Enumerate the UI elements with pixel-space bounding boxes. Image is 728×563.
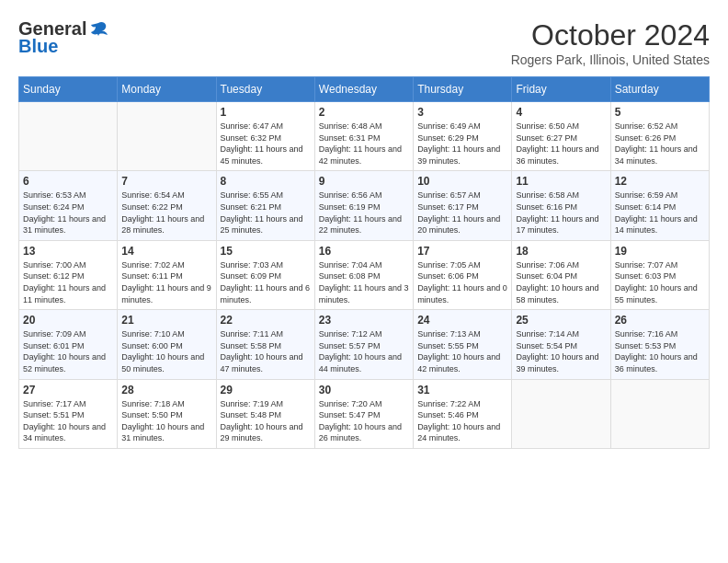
day-number: 8	[221, 175, 311, 188]
day-info: Sunrise: 7:20 AM Sunset: 5:47 PM Dayligh…	[319, 398, 409, 444]
calendar-cell: 29Sunrise: 7:19 AM Sunset: 5:48 PM Dayli…	[216, 379, 314, 448]
day-info: Sunrise: 7:05 AM Sunset: 6:06 PM Dayligh…	[417, 259, 507, 305]
day-info: Sunrise: 7:12 AM Sunset: 5:57 PM Dayligh…	[319, 328, 409, 374]
day-info: Sunrise: 6:55 AM Sunset: 6:21 PM Dayligh…	[221, 190, 311, 236]
day-info: Sunrise: 7:09 AM Sunset: 6:01 PM Dayligh…	[23, 328, 113, 374]
calendar-cell: 6Sunrise: 6:53 AM Sunset: 6:24 PM Daylig…	[19, 171, 118, 240]
calendar-cell	[610, 379, 709, 448]
day-number: 24	[417, 314, 507, 327]
calendar-cell: 25Sunrise: 7:14 AM Sunset: 5:54 PM Dayli…	[512, 310, 610, 379]
day-info: Sunrise: 6:49 AM Sunset: 6:29 PM Dayligh…	[417, 121, 507, 167]
day-number: 22	[221, 314, 311, 327]
day-number: 11	[516, 175, 606, 188]
day-number: 27	[23, 384, 113, 396]
day-number: 5	[615, 106, 705, 119]
day-number: 13	[23, 245, 113, 258]
day-number: 17	[417, 245, 507, 258]
day-info: Sunrise: 7:04 AM Sunset: 6:08 PM Dayligh…	[319, 259, 409, 305]
day-number: 23	[319, 314, 409, 327]
calendar-cell: 21Sunrise: 7:10 AM Sunset: 6:00 PM Dayli…	[118, 310, 216, 379]
calendar-cell: 19Sunrise: 7:07 AM Sunset: 6:03 PM Dayli…	[610, 240, 709, 309]
weekday-header-wednesday: Wednesday	[314, 77, 413, 102]
logo-bird-icon	[88, 19, 108, 40]
day-number: 26	[615, 314, 705, 327]
calendar-week-row: 27Sunrise: 7:17 AM Sunset: 5:51 PM Dayli…	[19, 379, 710, 448]
calendar-cell: 7Sunrise: 6:54 AM Sunset: 6:22 PM Daylig…	[118, 171, 216, 240]
calendar-cell: 10Sunrise: 6:57 AM Sunset: 6:17 PM Dayli…	[414, 171, 512, 240]
day-info: Sunrise: 6:58 AM Sunset: 6:16 PM Dayligh…	[516, 190, 606, 236]
day-info: Sunrise: 7:14 AM Sunset: 5:54 PM Dayligh…	[516, 328, 606, 374]
calendar-cell: 1Sunrise: 6:47 AM Sunset: 6:32 PM Daylig…	[216, 102, 314, 171]
day-number: 6	[23, 175, 113, 188]
calendar-cell: 14Sunrise: 7:02 AM Sunset: 6:11 PM Dayli…	[118, 240, 216, 309]
calendar-cell: 8Sunrise: 6:55 AM Sunset: 6:21 PM Daylig…	[216, 171, 314, 240]
day-info: Sunrise: 6:53 AM Sunset: 6:24 PM Dayligh…	[23, 190, 113, 236]
day-info: Sunrise: 7:13 AM Sunset: 5:55 PM Dayligh…	[417, 328, 507, 374]
day-number: 3	[417, 106, 507, 119]
month-title: October 2024	[511, 18, 710, 52]
calendar-week-row: 6Sunrise: 6:53 AM Sunset: 6:24 PM Daylig…	[19, 171, 710, 240]
day-number: 25	[516, 314, 606, 327]
calendar-cell: 9Sunrise: 6:56 AM Sunset: 6:19 PM Daylig…	[314, 171, 413, 240]
day-info: Sunrise: 7:03 AM Sunset: 6:09 PM Dayligh…	[221, 259, 311, 305]
day-info: Sunrise: 7:06 AM Sunset: 6:04 PM Dayligh…	[516, 259, 606, 305]
day-info: Sunrise: 7:00 AM Sunset: 6:12 PM Dayligh…	[23, 259, 113, 305]
day-number: 14	[121, 245, 211, 258]
day-number: 15	[221, 245, 311, 258]
day-info: Sunrise: 7:17 AM Sunset: 5:51 PM Dayligh…	[23, 398, 113, 444]
weekday-header-thursday: Thursday	[414, 77, 512, 102]
day-info: Sunrise: 7:07 AM Sunset: 6:03 PM Dayligh…	[615, 259, 705, 305]
calendar-cell: 30Sunrise: 7:20 AM Sunset: 5:47 PM Dayli…	[314, 379, 413, 448]
weekday-header-saturday: Saturday	[610, 77, 709, 102]
day-number: 10	[417, 175, 507, 188]
weekday-header-friday: Friday	[512, 77, 610, 102]
day-info: Sunrise: 6:52 AM Sunset: 6:26 PM Dayligh…	[615, 121, 705, 167]
calendar-cell: 20Sunrise: 7:09 AM Sunset: 6:01 PM Dayli…	[19, 310, 118, 379]
calendar-table: SundayMondayTuesdayWednesdayThursdayFrid…	[18, 76, 710, 449]
day-number: 30	[319, 384, 409, 396]
day-info: Sunrise: 6:57 AM Sunset: 6:17 PM Dayligh…	[417, 190, 507, 236]
calendar-cell: 16Sunrise: 7:04 AM Sunset: 6:08 PM Dayli…	[314, 240, 413, 309]
calendar-cell	[512, 379, 610, 448]
day-info: Sunrise: 6:56 AM Sunset: 6:19 PM Dayligh…	[319, 190, 409, 236]
calendar-cell: 15Sunrise: 7:03 AM Sunset: 6:09 PM Dayli…	[216, 240, 314, 309]
calendar-cell: 5Sunrise: 6:52 AM Sunset: 6:26 PM Daylig…	[610, 102, 709, 171]
calendar-cell: 12Sunrise: 6:59 AM Sunset: 6:14 PM Dayli…	[610, 171, 709, 240]
calendar-cell: 11Sunrise: 6:58 AM Sunset: 6:16 PM Dayli…	[512, 171, 610, 240]
day-number: 4	[516, 106, 606, 119]
calendar-cell: 31Sunrise: 7:22 AM Sunset: 5:46 PM Dayli…	[414, 379, 512, 448]
calendar-cell: 4Sunrise: 6:50 AM Sunset: 6:27 PM Daylig…	[512, 102, 610, 171]
location-text: Rogers Park, Illinois, United States	[511, 52, 710, 67]
day-info: Sunrise: 7:11 AM Sunset: 5:58 PM Dayligh…	[221, 328, 311, 374]
calendar-cell: 13Sunrise: 7:00 AM Sunset: 6:12 PM Dayli…	[19, 240, 118, 309]
calendar-week-row: 13Sunrise: 7:00 AM Sunset: 6:12 PM Dayli…	[19, 240, 710, 309]
calendar-cell: 18Sunrise: 7:06 AM Sunset: 6:04 PM Dayli…	[512, 240, 610, 309]
day-number: 21	[121, 314, 211, 327]
day-number: 18	[516, 245, 606, 258]
day-info: Sunrise: 6:48 AM Sunset: 6:31 PM Dayligh…	[319, 121, 409, 167]
day-number: 19	[615, 245, 705, 258]
calendar-cell: 27Sunrise: 7:17 AM Sunset: 5:51 PM Dayli…	[19, 379, 118, 448]
day-number: 29	[221, 384, 311, 396]
calendar-week-row: 20Sunrise: 7:09 AM Sunset: 6:01 PM Dayli…	[19, 310, 710, 379]
day-info: Sunrise: 6:59 AM Sunset: 6:14 PM Dayligh…	[615, 190, 705, 236]
calendar-cell: 17Sunrise: 7:05 AM Sunset: 6:06 PM Dayli…	[414, 240, 512, 309]
weekday-header-monday: Monday	[118, 77, 216, 102]
logo: General Blue	[18, 18, 108, 57]
calendar-cell: 3Sunrise: 6:49 AM Sunset: 6:29 PM Daylig…	[414, 102, 512, 171]
day-number: 20	[23, 314, 113, 327]
calendar-cell	[19, 102, 118, 171]
day-info: Sunrise: 6:54 AM Sunset: 6:22 PM Dayligh…	[121, 190, 211, 236]
calendar-week-row: 1Sunrise: 6:47 AM Sunset: 6:32 PM Daylig…	[19, 102, 710, 171]
day-info: Sunrise: 6:47 AM Sunset: 6:32 PM Dayligh…	[221, 121, 311, 167]
calendar-cell: 26Sunrise: 7:16 AM Sunset: 5:53 PM Dayli…	[610, 310, 709, 379]
calendar-cell	[118, 102, 216, 171]
calendar-cell: 28Sunrise: 7:18 AM Sunset: 5:50 PM Dayli…	[118, 379, 216, 448]
calendar-cell: 22Sunrise: 7:11 AM Sunset: 5:58 PM Dayli…	[216, 310, 314, 379]
day-number: 12	[615, 175, 705, 188]
day-number: 28	[121, 384, 211, 396]
day-info: Sunrise: 7:18 AM Sunset: 5:50 PM Dayligh…	[121, 398, 211, 444]
day-info: Sunrise: 7:22 AM Sunset: 5:46 PM Dayligh…	[417, 398, 507, 444]
day-number: 16	[319, 245, 409, 258]
day-info: Sunrise: 7:16 AM Sunset: 5:53 PM Dayligh…	[615, 328, 705, 374]
